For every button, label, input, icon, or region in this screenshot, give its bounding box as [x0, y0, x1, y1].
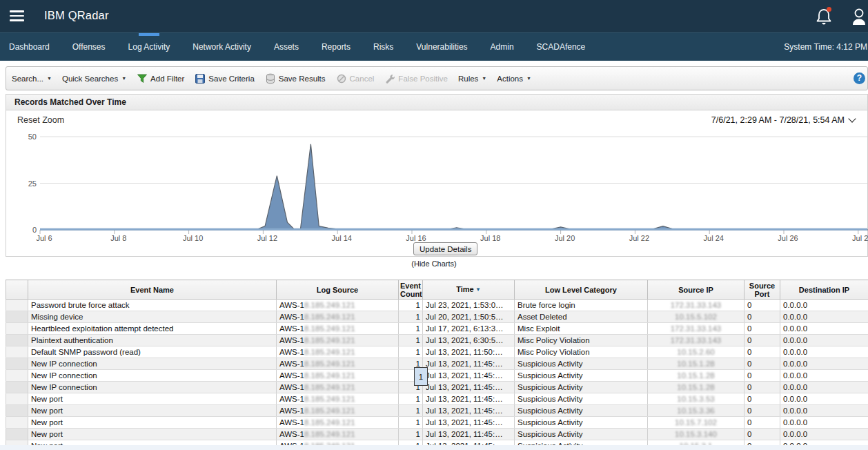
cancel-button: Cancel [336, 73, 375, 84]
cancel-icon [336, 73, 347, 84]
toolbar-item-label: Cancel [350, 75, 375, 83]
table-row[interactable]: New portAWS-18.185.249.1211Jul 13, 2021,… [6, 417, 868, 429]
table-cell: Jul 13, 2021, 11:45:… [423, 417, 515, 429]
table-cell: 10.15.1.28 [648, 382, 744, 393]
table-cell: 10.15.2.60 [648, 346, 744, 358]
table-cell: AWS-18.185.249.121 [277, 335, 399, 346]
caret-down-icon: ▼ [47, 76, 52, 81]
table-cell: 0.0.0.0 [780, 393, 868, 405]
nav-tab-risks[interactable]: Risks [373, 33, 393, 61]
table-cell: Jul 13, 2021, 11:45:… [423, 382, 515, 393]
column-header-destination-ip[interactable]: Destination IP [780, 280, 868, 300]
table-cell: New port [28, 429, 277, 440]
save-results-button[interactable]: Save Results [265, 73, 326, 84]
records-matched-chart[interactable]: 02550Jul 6Jul 8Jul 10Jul 12Jul 14Jul 16J… [6, 129, 868, 246]
table-cell: New port [28, 393, 277, 405]
table-cell: 0 [744, 405, 780, 417]
redacted-text: 10.15.3.36 [677, 407, 714, 415]
svg-text:0: 0 [32, 226, 37, 234]
quick-searches-menu[interactable]: Quick Searches▼ [62, 75, 126, 83]
table-row[interactable]: Default SNMP password (read)AWS-18.185.2… [6, 346, 868, 358]
chart-panel-title: Records Matched Over Time [6, 95, 867, 110]
redacted-text: 8.185.249.121 [304, 348, 355, 356]
nav-tab-admin[interactable]: Admin [491, 33, 514, 61]
nav-tab-log-activity[interactable]: Log Activity [128, 33, 170, 61]
table-cell: 10.15.1.28 [648, 370, 744, 382]
table-row[interactable]: New portAWS-18.185.249.1211Jul 13, 2021,… [6, 393, 868, 405]
search-menu[interactable]: Search...▼ [12, 75, 52, 83]
help-icon[interactable]: ? [854, 72, 865, 84]
toolbar-item-label: Rules [458, 75, 478, 83]
table-cell: Misc Policy Violation [515, 346, 648, 358]
table-cell: 10.15.1.28 [648, 358, 744, 370]
table-cell: 10.15.3.140 [648, 429, 744, 440]
nav-tab-offenses[interactable]: Offenses [72, 33, 106, 61]
table-cell: AWS-18.185.249.121 [277, 370, 399, 382]
column-header-event-count[interactable]: Event Count [399, 280, 423, 300]
table-row[interactable]: Heartbleed exploitation attempt detected… [6, 323, 868, 335]
column-header-select[interactable] [6, 280, 28, 300]
table-cell: Jul 23, 2021, 1:53:0… [423, 300, 515, 311]
redacted-text: 10.15.3.140 [675, 430, 717, 438]
date-range-selector[interactable]: 7/6/21, 2:29 AM - 7/28/21, 5:54 AM [711, 115, 855, 125]
table-cell: 0 [744, 323, 780, 335]
reset-zoom-link[interactable]: Reset Zoom [17, 115, 64, 125]
hamburger-menu-icon[interactable] [10, 10, 24, 21]
table-cell: 0.0.0.0 [780, 429, 868, 440]
table-row[interactable]: Plaintext authenticationAWS-18.185.249.1… [6, 335, 868, 346]
table-cell [6, 358, 28, 370]
redacted-text: 8.185.249.121 [304, 383, 355, 391]
nav-tab-scadafence[interactable]: SCADAfence [537, 33, 586, 61]
table-row[interactable]: New IP connectionAWS-18.185.249.1211Jul … [6, 370, 868, 382]
column-header-source-port[interactable]: Source Port [744, 280, 780, 300]
save-criteria-button[interactable]: Save Criteria [195, 73, 254, 84]
table-cell: 0.0.0.0 [780, 346, 868, 358]
toolbar-items: Search...▼Quick Searches▼Add FilterSave … [12, 67, 531, 90]
hide-charts-link[interactable]: (Hide Charts) [0, 260, 868, 268]
table-cell: 1 [399, 323, 423, 335]
table-row[interactable]: Missing deviceAWS-18.185.249.1211Jul 20,… [6, 311, 868, 323]
table-row[interactable]: Password brute force attackAWS-18.185.24… [6, 300, 868, 311]
table-row[interactable]: New portAWS-18.185.249.1211Jul 13, 2021,… [6, 405, 868, 417]
svg-text:Jul 22: Jul 22 [629, 234, 649, 242]
redacted-text: 10.15.7.102 [675, 418, 717, 427]
table-cell: 0.0.0.0 [780, 323, 868, 335]
redacted-text: 10.15.1.28 [677, 360, 714, 368]
table-cell: 1 [399, 335, 423, 346]
table-cell: Jul 13, 2021, 11:45:… [423, 405, 515, 417]
redacted-text: 10.15.1.28 [677, 383, 714, 391]
nav-tab-dashboard[interactable]: Dashboard [9, 33, 50, 61]
column-header-log-source[interactable]: Log Source [277, 280, 399, 300]
table-cell: 10.15.3.53 [648, 393, 744, 405]
actions-menu[interactable]: Actions▼ [497, 75, 531, 83]
table-cell: 0 [744, 370, 780, 382]
notifications-button[interactable] [814, 6, 834, 27]
nav-tab-vulnerabilities[interactable]: Vulnerabilities [416, 33, 467, 61]
bottom-strip [0, 445, 868, 450]
redacted-text: 8.185.249.121 [304, 360, 355, 368]
add-filter-button[interactable]: Add Filter [137, 73, 184, 84]
update-details-button[interactable]: Update Details [413, 242, 477, 255]
nav-tab-assets[interactable]: Assets [274, 33, 299, 61]
table-cell: 10.15.5.102 [648, 311, 744, 323]
column-header-source-ip[interactable]: Source IP [648, 280, 744, 300]
table-cell: New port [28, 405, 277, 417]
column-header-time[interactable]: Time ▼ [423, 280, 515, 300]
table-cell: AWS-18.185.249.121 [277, 358, 399, 370]
table-cell: Suspicious Activity [515, 358, 648, 370]
table-cell: Suspicious Activity [515, 393, 648, 405]
user-profile-button[interactable] [850, 7, 868, 26]
table-row[interactable]: New portAWS-18.185.249.1211Jul 13, 2021,… [6, 429, 868, 440]
nav-tab-network-activity[interactable]: Network Activity [193, 33, 251, 61]
table-row[interactable]: New IP connectionAWS-18.185.249.1211Jul … [6, 358, 868, 370]
nav-tab-reports[interactable]: Reports [322, 33, 351, 61]
rules-menu[interactable]: Rules▼ [458, 75, 486, 83]
event-table-header: Event NameLog SourceEvent CountTime ▼Low… [6, 280, 868, 300]
table-row[interactable]: New IP connectionAWS-18.185.249.1211Jul … [6, 382, 868, 393]
column-header-low-level-category[interactable]: Low Level Category [515, 280, 648, 300]
save-results-icon [265, 73, 276, 84]
column-header-event-name[interactable]: Event Name [28, 280, 277, 300]
table-cell: AWS-18.185.249.121 [277, 429, 399, 440]
table-cell [6, 405, 28, 417]
table-cell: Jul 20, 2021, 1:50:5… [423, 311, 515, 323]
